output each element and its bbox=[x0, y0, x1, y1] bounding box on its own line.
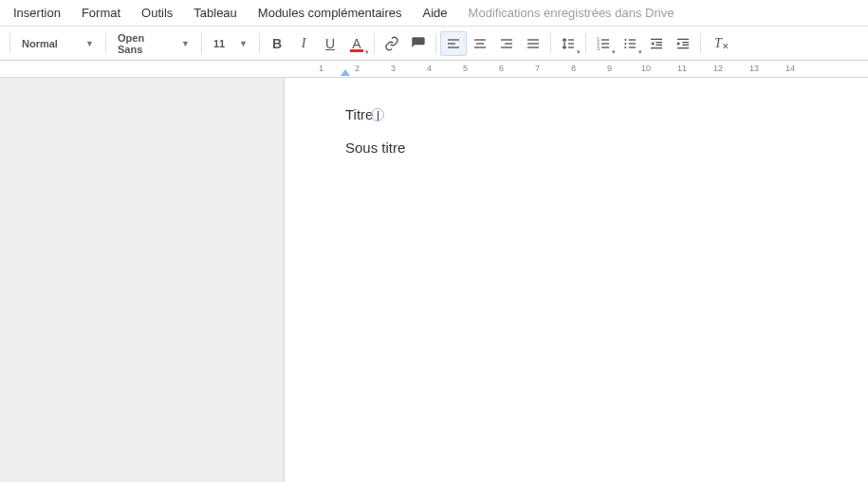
chevron-down-icon: ▼ bbox=[85, 39, 94, 48]
ruler-number: 2 bbox=[355, 64, 360, 73]
clear-formatting-button[interactable]: T✕ bbox=[705, 31, 731, 56]
separator bbox=[9, 33, 10, 54]
paragraph-style-dropdown[interactable]: Normal ▼ bbox=[14, 31, 102, 56]
align-left-button[interactable] bbox=[440, 31, 467, 56]
separator bbox=[201, 33, 202, 54]
document-title-text: Titre bbox=[345, 106, 373, 122]
svg-marker-36 bbox=[677, 42, 680, 46]
horizontal-ruler[interactable]: 1 2 3 4 5 6 7 8 9 10 11 12 13 14 bbox=[0, 61, 868, 78]
menu-insertion[interactable]: Insertion bbox=[4, 2, 70, 24]
ruler-number: 7 bbox=[535, 64, 540, 73]
separator bbox=[259, 33, 260, 54]
increase-indent-icon bbox=[675, 36, 691, 51]
clear-formatting-icon: T✕ bbox=[714, 36, 722, 51]
paragraph-style-label: Normal bbox=[22, 38, 58, 49]
ruler-number: 9 bbox=[607, 64, 612, 73]
font-size-dropdown[interactable]: 11 ▼ bbox=[206, 31, 255, 56]
ruler-number: 12 bbox=[713, 64, 723, 73]
decrease-indent-icon bbox=[649, 36, 664, 51]
ruler-number: 5 bbox=[463, 64, 468, 73]
menu-bar: Insertion Format Outils Tableau Modules … bbox=[0, 0, 868, 27]
menu-modules[interactable]: Modules complémentaires bbox=[249, 2, 412, 24]
menu-aide[interactable]: Aide bbox=[414, 2, 457, 24]
document-subtitle-line[interactable]: Sous titre bbox=[345, 139, 868, 156]
ruler-number: 6 bbox=[499, 64, 504, 73]
bulleted-list-icon bbox=[622, 36, 637, 51]
svg-point-21 bbox=[624, 39, 626, 41]
ruler-number: 10 bbox=[641, 64, 651, 73]
separator bbox=[700, 33, 701, 54]
separator bbox=[550, 33, 551, 54]
align-center-button[interactable] bbox=[467, 31, 493, 56]
italic-button[interactable]: I bbox=[290, 31, 317, 56]
document-subtitle-text: Sous titre bbox=[345, 139, 405, 156]
underline-icon: U bbox=[325, 36, 335, 51]
text-cursor-icon bbox=[371, 108, 384, 121]
chevron-down-icon: ▼ bbox=[239, 39, 248, 48]
align-right-button[interactable] bbox=[493, 31, 520, 56]
font-size-label: 11 bbox=[213, 38, 225, 49]
text-color-button[interactable]: A bbox=[343, 31, 370, 56]
svg-point-22 bbox=[624, 43, 626, 45]
ruler-number: 3 bbox=[391, 64, 396, 73]
line-spacing-icon bbox=[561, 36, 576, 51]
indent-marker-icon[interactable] bbox=[341, 69, 350, 76]
comment-icon bbox=[411, 36, 426, 51]
menu-format[interactable]: Format bbox=[72, 2, 130, 24]
underline-button[interactable]: U bbox=[317, 31, 343, 56]
numbered-list-icon: 123 bbox=[596, 36, 611, 51]
align-right-icon bbox=[499, 36, 514, 51]
document-title-line[interactable]: Titre bbox=[345, 106, 868, 122]
bold-button[interactable]: B bbox=[264, 31, 290, 56]
ruler-scale: 1 2 3 4 5 6 7 8 9 10 11 12 13 14 bbox=[285, 61, 868, 78]
decrease-indent-button[interactable] bbox=[643, 31, 670, 56]
numbered-list-button[interactable]: 123 bbox=[590, 31, 617, 56]
ruler-number: 1 bbox=[319, 64, 323, 73]
separator bbox=[585, 33, 586, 54]
bulleted-list-button[interactable] bbox=[617, 31, 643, 56]
ruler-number: 13 bbox=[749, 64, 759, 73]
ruler-number: 14 bbox=[785, 64, 795, 73]
menu-outils[interactable]: Outils bbox=[132, 2, 182, 24]
text-color-swatch bbox=[350, 49, 363, 52]
toolbar: Normal ▼ Open Sans ▼ 11 ▼ B I U A bbox=[0, 27, 868, 61]
separator bbox=[435, 33, 436, 54]
font-family-label: Open Sans bbox=[118, 32, 168, 55]
align-justify-button[interactable] bbox=[520, 31, 546, 56]
menu-tableau[interactable]: Tableau bbox=[184, 2, 247, 24]
ruler-number: 4 bbox=[427, 64, 432, 73]
line-spacing-button[interactable] bbox=[555, 31, 582, 56]
svg-text:3: 3 bbox=[597, 46, 600, 50]
align-justify-icon bbox=[526, 36, 541, 51]
separator bbox=[105, 33, 106, 54]
document-page[interactable]: Titre Sous titre bbox=[285, 78, 868, 482]
insert-link-button[interactable] bbox=[379, 31, 405, 56]
bold-icon: B bbox=[272, 36, 282, 51]
separator bbox=[374, 33, 375, 54]
ruler-number: 8 bbox=[571, 64, 576, 73]
increase-indent-button[interactable] bbox=[670, 31, 696, 56]
svg-point-23 bbox=[624, 46, 626, 48]
font-family-dropdown[interactable]: Open Sans ▼ bbox=[110, 31, 197, 56]
link-icon bbox=[384, 36, 399, 51]
insert-comment-button[interactable] bbox=[405, 31, 432, 56]
svg-marker-31 bbox=[651, 42, 654, 46]
save-status: Modifications enregistrées dans Drive bbox=[459, 2, 684, 24]
align-center-icon bbox=[472, 36, 488, 51]
document-workspace: 1 2 3 4 5 6 7 8 9 10 11 12 13 14 Titre S… bbox=[0, 61, 868, 482]
ruler-number: 11 bbox=[677, 64, 687, 73]
align-left-icon bbox=[446, 36, 461, 51]
italic-icon: I bbox=[302, 36, 306, 51]
chevron-down-icon: ▼ bbox=[181, 39, 190, 48]
